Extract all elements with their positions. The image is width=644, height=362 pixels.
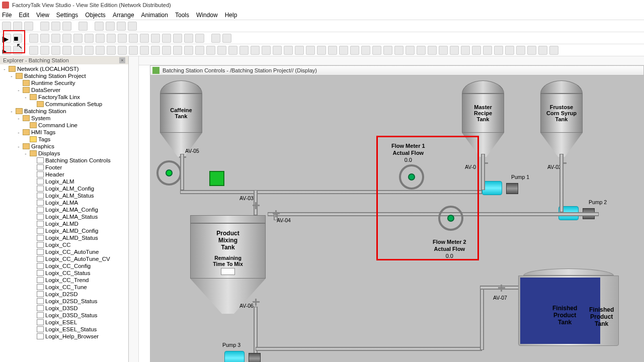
- tb-shape-1[interactable]: [40, 46, 49, 55]
- tb-shape-45[interactable]: [527, 46, 536, 55]
- tb-shape-6[interactable]: [96, 46, 105, 55]
- tb-undo[interactable]: [173, 34, 182, 43]
- tree-item[interactable]: Tags: [0, 136, 128, 143]
- tb-shape-17[interactable]: [217, 46, 226, 55]
- tb-shape-30[interactable]: [361, 46, 370, 55]
- tb-shape-20[interactable]: [251, 46, 260, 55]
- tree-item[interactable]: Batching Station Controls: [0, 157, 128, 164]
- tree-item[interactable]: Logix_CC_AutoTune: [0, 248, 128, 255]
- tb-shape-7[interactable]: [107, 46, 116, 55]
- tb-shape-38[interactable]: [450, 46, 459, 55]
- tree-item[interactable]: Logix_ALMD: [0, 220, 128, 227]
- display-titlebar[interactable]: Batching Station Controls - /Batching St…: [150, 65, 644, 75]
- tb-cut[interactable]: [29, 34, 38, 43]
- valve-av04[interactable]: [273, 210, 280, 217]
- valve-av07[interactable]: [498, 285, 505, 292]
- tree-item[interactable]: -HMI Tags: [0, 129, 128, 136]
- tb-tree[interactable]: [62, 22, 71, 31]
- tb-shape-33[interactable]: [394, 46, 404, 55]
- menu-settings[interactable]: Settings: [56, 12, 78, 19]
- tree-item[interactable]: Logix_ALM_Status: [0, 192, 128, 199]
- tb-shape-12[interactable]: [162, 46, 171, 55]
- tb-shape-40[interactable]: [472, 46, 481, 55]
- tb-shape-26[interactable]: [317, 46, 326, 55]
- tb-shape-46[interactable]: [538, 46, 547, 55]
- tree-item[interactable]: Logix_ALMA_Status: [0, 213, 128, 220]
- tree-item[interactable]: Logix_ALMD_Config: [0, 227, 128, 234]
- caffeine-tank[interactable]: Caffeine Tank: [160, 80, 202, 157]
- tree-item[interactable]: Logix_ALMD_Status: [0, 234, 128, 241]
- tree-item[interactable]: Logix_ESEL: [0, 319, 128, 326]
- tb-shape-11[interactable]: [151, 46, 160, 55]
- tb-shape-9[interactable]: [129, 46, 138, 55]
- tb-shape-4[interactable]: [73, 46, 83, 55]
- tb-shape-36[interactable]: [428, 46, 437, 55]
- tb-copy[interactable]: [40, 34, 49, 43]
- tree-item[interactable]: Logix_D2SD_Status: [0, 298, 128, 305]
- tb-shape-32[interactable]: [383, 46, 392, 55]
- tb-front[interactable]: [129, 34, 138, 43]
- tb-shape-14[interactable]: [184, 46, 193, 55]
- tb-align-4[interactable]: [96, 34, 105, 43]
- tree-item[interactable]: Logix_D2SD: [0, 291, 128, 298]
- menu-animation[interactable]: Animation: [141, 12, 168, 19]
- explorer-close-button[interactable]: ×: [119, 57, 125, 63]
- pump-3[interactable]: [224, 351, 261, 362]
- tree-item[interactable]: Logix_ALM_Config: [0, 185, 128, 192]
- tb-shape-37[interactable]: [439, 46, 448, 55]
- tree-item[interactable]: Logix_Help_Browser: [0, 333, 128, 340]
- tb-shape-3[interactable]: [62, 46, 71, 55]
- tb-refresh[interactable]: [117, 22, 126, 31]
- menu-help[interactable]: Help: [225, 12, 237, 19]
- tree-item[interactable]: -Displays: [0, 150, 128, 157]
- tree-item[interactable]: Runtime Security: [0, 79, 128, 86]
- tb-redo[interactable]: [184, 34, 193, 43]
- tb-align-3[interactable]: [85, 34, 94, 43]
- menu-view[interactable]: View: [36, 12, 49, 19]
- explorer-tree[interactable]: -Network (LOCALHOST)-Batching Station Pr…: [0, 64, 128, 362]
- tree-item[interactable]: -Batching Station Project: [0, 72, 128, 79]
- tree-item[interactable]: -Graphics: [0, 143, 128, 150]
- tree-item[interactable]: Logix_CC_Tune: [0, 284, 128, 291]
- tb-shape-0[interactable]: [29, 46, 38, 55]
- menu-tools[interactable]: Tools: [175, 12, 189, 19]
- tb-print[interactable]: [106, 22, 115, 31]
- tb-shape-39[interactable]: [461, 46, 470, 55]
- menu-arrange[interactable]: Arrange: [113, 12, 134, 19]
- tb-shape-34[interactable]: [406, 46, 415, 55]
- tb-options-1[interactable]: [211, 34, 220, 43]
- tb-shape-13[interactable]: [173, 46, 182, 55]
- tree-item[interactable]: Logix_CC_Trend: [0, 277, 128, 284]
- tb-new[interactable]: [2, 22, 11, 31]
- tb-shape-41[interactable]: [483, 46, 492, 55]
- tb-save[interactable]: [24, 22, 33, 31]
- tb-shape-28[interactable]: [339, 46, 348, 55]
- tree-item[interactable]: Command Line: [0, 122, 128, 129]
- tree-item[interactable]: -Network (LOCALHOST): [0, 65, 128, 72]
- tb-shape-18[interactable]: [228, 46, 237, 55]
- tree-item[interactable]: Logix_ALM: [0, 178, 128, 185]
- tb-shape-19[interactable]: [239, 46, 249, 55]
- tb-new-display[interactable]: [40, 22, 49, 31]
- valve-av06[interactable]: [253, 299, 260, 306]
- tb-shape-2[interactable]: [51, 46, 60, 55]
- tb-open[interactable]: [13, 22, 22, 31]
- tb-zoom-out[interactable]: [162, 34, 171, 43]
- tree-item[interactable]: Header: [0, 171, 128, 178]
- tb-shape-23[interactable]: [284, 46, 293, 55]
- menu-window[interactable]: Window: [196, 12, 218, 19]
- tree-item[interactable]: Logix_CC_AutoTune_CV: [0, 255, 128, 262]
- tree-item[interactable]: Logix_CC: [0, 241, 128, 248]
- tb-rotate[interactable]: [195, 34, 204, 43]
- tb-shape-29[interactable]: [350, 46, 359, 55]
- tb-shape-47[interactable]: [549, 46, 558, 55]
- tb-shape-22[interactable]: [273, 46, 282, 55]
- tb-shape-43[interactable]: [505, 46, 514, 55]
- tree-item[interactable]: -DataServer: [0, 86, 128, 94]
- display-canvas[interactable]: Caffeine Tank AV-05 Master Recipe Tank A…: [150, 75, 644, 362]
- tb-shape-25[interactable]: [306, 46, 315, 55]
- tree-item[interactable]: Footer: [0, 164, 128, 171]
- tb-preview[interactable]: [95, 22, 104, 31]
- tb-window[interactable]: [78, 22, 88, 31]
- tree-item[interactable]: -System: [0, 115, 128, 122]
